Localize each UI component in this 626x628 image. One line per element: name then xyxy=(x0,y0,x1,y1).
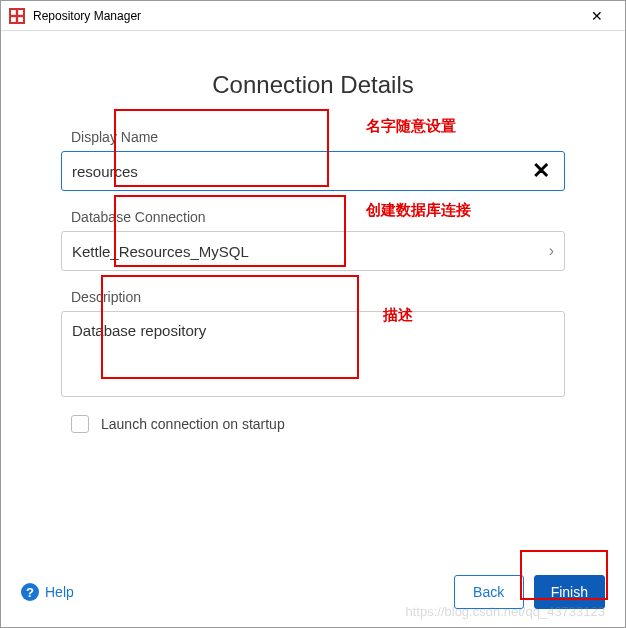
help-icon: ? xyxy=(21,583,39,601)
launch-startup-label: Launch connection on startup xyxy=(101,416,285,432)
launch-startup-checkbox[interactable] xyxy=(71,415,89,433)
back-button[interactable]: Back xyxy=(454,575,524,609)
display-name-input-wrap[interactable]: ✕ xyxy=(61,151,565,191)
window-title: Repository Manager xyxy=(33,9,141,23)
db-connection-label: Database Connection xyxy=(61,209,565,225)
close-button[interactable]: ✕ xyxy=(577,2,617,30)
button-group: Back Finish xyxy=(454,575,605,609)
dialog-window: Repository Manager ✕ Connection Details … xyxy=(0,0,626,628)
page-heading: Connection Details xyxy=(61,71,565,99)
display-name-label: Display Name xyxy=(61,129,565,145)
chevron-right-icon: › xyxy=(549,242,554,260)
help-label: Help xyxy=(45,584,74,600)
db-connection-group: Database Connection Kettle_Resources_MyS… xyxy=(61,209,565,271)
description-input[interactable] xyxy=(72,322,554,382)
footer: ? Help Back Finish xyxy=(1,575,625,609)
svg-rect-3 xyxy=(18,17,23,22)
finish-button[interactable]: Finish xyxy=(534,575,605,609)
clear-icon[interactable]: ✕ xyxy=(528,158,554,184)
help-link[interactable]: ? Help xyxy=(21,583,74,601)
description-wrap[interactable] xyxy=(61,311,565,397)
svg-rect-0 xyxy=(11,10,16,15)
display-name-input[interactable] xyxy=(72,163,528,180)
db-connection-value: Kettle_Resources_MySQL xyxy=(72,243,249,260)
svg-rect-2 xyxy=(11,17,16,22)
app-icon xyxy=(9,8,25,24)
db-connection-select[interactable]: Kettle_Resources_MySQL › xyxy=(61,231,565,271)
description-label: Description xyxy=(61,289,565,305)
launch-startup-row: Launch connection on startup xyxy=(61,415,565,433)
display-name-group: Display Name ✕ xyxy=(61,129,565,191)
svg-rect-1 xyxy=(18,10,23,15)
description-group: Description xyxy=(61,289,565,397)
titlebar: Repository Manager ✕ xyxy=(1,1,625,31)
content-area: Connection Details Display Name ✕ Databa… xyxy=(1,31,625,433)
